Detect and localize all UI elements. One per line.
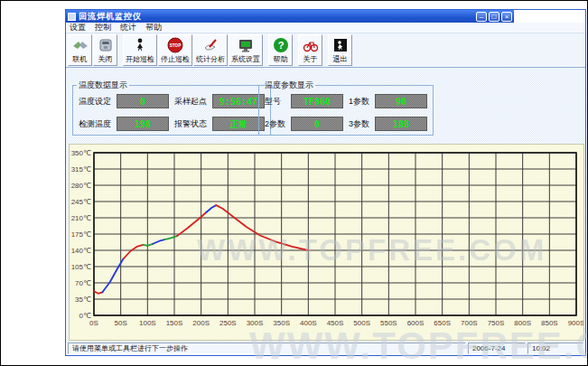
param2-label: 2参数 xyxy=(265,118,285,130)
person-icon xyxy=(132,37,148,53)
svg-text:850S: 850S xyxy=(541,319,558,327)
svg-text:300S: 300S xyxy=(247,319,264,327)
menu-item-settings[interactable]: 设置 xyxy=(70,23,86,33)
app-icon xyxy=(68,13,76,21)
client-area: 温度数据显示 温度设定 0 采样起点 9:56:47 检测温度 198 报警状态… xyxy=(66,68,585,342)
svg-text:70℃: 70℃ xyxy=(75,279,91,287)
toolbar: 联机 关闭 开始巡检 STOP 停止巡检 xyxy=(66,33,585,68)
svg-text:50S: 50S xyxy=(115,319,127,327)
start-inspection-button[interactable]: 开始巡检 xyxy=(123,34,157,66)
group-temp-data: 温度数据显示 温度设定 0 采样起点 9:56:47 检测温度 198 报警状态… xyxy=(72,80,271,136)
model-label: 型号 xyxy=(265,96,285,108)
status-date: 2006-7-24 xyxy=(468,343,526,354)
minimize-button[interactable]: – xyxy=(476,12,487,22)
svg-text:200S: 200S xyxy=(192,319,210,327)
stop-sign-icon: STOP xyxy=(167,37,183,53)
statistics-analysis-button[interactable]: 统计分析 xyxy=(193,34,228,66)
param3-value: 188 xyxy=(375,117,427,131)
svg-text:600S: 600S xyxy=(407,319,425,327)
svg-text:280℃: 280℃ xyxy=(71,182,91,190)
status-time: 10:02 xyxy=(527,343,583,354)
connect-button[interactable]: 联机 xyxy=(68,34,92,66)
group-temp-data-title: 温度数据显示 xyxy=(77,80,129,91)
svg-text:900S: 900S xyxy=(568,319,583,327)
svg-text:315℃: 315℃ xyxy=(71,165,91,174)
app-window: 回流焊机监控仪 – □ × 设置 控制 统计 帮助 联机 xyxy=(65,9,586,356)
question-icon: ? xyxy=(273,37,289,53)
svg-text:150S: 150S xyxy=(166,319,183,327)
temperature-chart: 0S50S100S150S200S250S300S350S400S450S500… xyxy=(69,144,584,341)
close-button[interactable]: × xyxy=(501,12,512,22)
exit-icon xyxy=(332,37,349,53)
measured-temp-label: 检测温度 xyxy=(79,118,111,130)
system-settings-button[interactable]: 系统设置 xyxy=(229,34,263,66)
group-temp-params-title: 温度参数显示 xyxy=(263,80,315,91)
temp-setting-value: 0 xyxy=(117,94,169,108)
help-button[interactable]: ? 帮助 xyxy=(268,34,293,66)
bicycle-icon xyxy=(303,37,319,53)
svg-text:0S: 0S xyxy=(89,319,98,327)
svg-text:350℃: 350℃ xyxy=(71,149,91,157)
svg-text:100S: 100S xyxy=(139,319,156,327)
param1-value: 90 xyxy=(375,94,427,108)
svg-text:450S: 450S xyxy=(327,319,344,327)
svg-text:350S: 350S xyxy=(273,319,290,327)
stop-inspection-button[interactable]: STOP 停止巡检 xyxy=(158,34,192,66)
status-message: 请使用菜单或工具栏进行下一步操作 xyxy=(68,343,466,354)
exit-button[interactable]: 退出 xyxy=(328,34,352,66)
window-controls: – □ × xyxy=(476,12,512,22)
title-bar: 回流焊机监控仪 – □ × xyxy=(66,10,514,23)
menu-item-control[interactable]: 控制 xyxy=(95,23,111,33)
toolbar-button-label: 关闭 xyxy=(98,55,113,64)
menu-item-statistics[interactable]: 统计 xyxy=(120,23,136,33)
toolbar-button-label: 帮助 xyxy=(274,55,288,64)
hand-pen-icon xyxy=(202,37,219,53)
svg-text:210℃: 210℃ xyxy=(71,214,91,222)
toolbar-separator xyxy=(118,34,122,66)
svg-text:800S: 800S xyxy=(514,319,531,327)
sample-start-label: 采样起点 xyxy=(174,96,207,108)
svg-text:?: ? xyxy=(277,40,284,51)
svg-text:140℃: 140℃ xyxy=(71,247,91,255)
svg-text:700S: 700S xyxy=(461,319,478,327)
toolbar-separator xyxy=(294,34,297,66)
param3-label: 3参数 xyxy=(349,118,369,130)
chart-svg: 0S50S100S150S200S250S300S350S400S450S500… xyxy=(70,145,583,340)
temp-setting-label: 温度设定 xyxy=(79,96,111,108)
phone-icon xyxy=(98,37,114,53)
page: 回流焊机监控仪 – □ × 设置 控制 统计 帮助 联机 xyxy=(0,0,588,366)
svg-text:STOP: STOP xyxy=(170,43,181,48)
toolbar-separator xyxy=(323,34,327,66)
svg-text:0℃: 0℃ xyxy=(79,312,91,320)
disconnect-button[interactable]: 关闭 xyxy=(93,34,117,66)
toolbar-separator xyxy=(264,34,267,66)
sample-start-value: 9:56:47 xyxy=(212,94,265,108)
title-bar-row: 回流焊机监控仪 – □ × xyxy=(66,10,585,23)
svg-text:500S: 500S xyxy=(353,319,370,327)
svg-text:400S: 400S xyxy=(300,319,317,327)
svg-text:245℃: 245℃ xyxy=(71,198,91,206)
model-value: TF860 xyxy=(291,94,343,108)
svg-text:250S: 250S xyxy=(219,319,237,327)
menu-item-help[interactable]: 帮助 xyxy=(145,23,162,33)
alarm-status-value: 正常 xyxy=(212,117,265,131)
measured-temp-value: 198 xyxy=(117,117,169,131)
toolbar-button-label: 关于 xyxy=(303,55,318,64)
param2-value: 0 xyxy=(291,117,343,131)
svg-text:550S: 550S xyxy=(380,319,397,327)
svg-text:750S: 750S xyxy=(488,319,505,327)
menu-bar: 设置 控制 统计 帮助 xyxy=(66,23,585,33)
monitor-icon xyxy=(238,37,254,53)
toolbar-button-label: 统计分析 xyxy=(196,55,225,64)
svg-text:105℃: 105℃ xyxy=(71,263,91,271)
param1-label: 1参数 xyxy=(349,96,369,108)
toolbar-button-label: 停止巡检 xyxy=(161,55,190,64)
svg-text:35℃: 35℃ xyxy=(75,296,91,304)
alarm-status-label: 报警状态 xyxy=(174,118,207,130)
toolbar-button-label: 系统设置 xyxy=(231,55,260,64)
toolbar-button-label: 开始巡检 xyxy=(126,55,154,64)
svg-text:650S: 650S xyxy=(434,319,451,327)
about-button[interactable]: 关于 xyxy=(298,34,322,66)
status-bar: 请使用菜单或工具栏进行下一步操作 2006-7-24 10:02 xyxy=(66,342,585,355)
maximize-button[interactable]: □ xyxy=(489,12,499,22)
